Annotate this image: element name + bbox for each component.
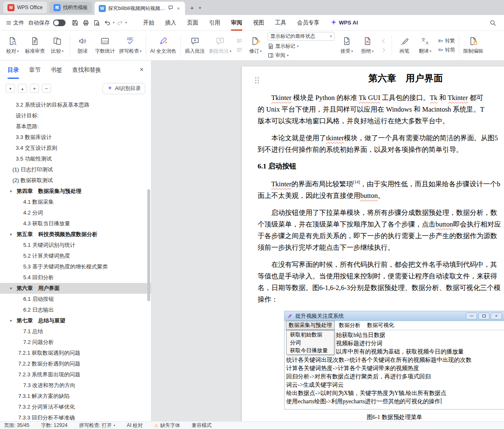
toc-item[interactable]: 3.4 交互设计原则 <box>0 143 151 154</box>
sidebar-tab-目录[interactable]: 目录 <box>7 61 19 79</box>
markup-state-select[interactable]: 显示标记的最终状态 ▾ <box>268 32 335 41</box>
redo-button[interactable] <box>114 17 125 28</box>
toc-item[interactable]: ▾第六章 用户界面 <box>0 283 151 294</box>
review-pane-button[interactable]: 审阅 ▾ <box>268 51 335 59</box>
zoom-out-button[interactable]: − <box>42 84 51 93</box>
document-page[interactable]: 第六章 用户界面 Tkinter 模块是 Python 的标准 Tk GUI 工… <box>242 66 504 421</box>
menu-tab-工具[interactable]: 工具 <box>275 15 286 31</box>
menu-tab-页面[interactable]: 页面 <box>187 15 198 31</box>
translate-button[interactable]: 文A 翻译▾ <box>415 34 435 56</box>
wps-home-tab[interactable]: W WPS Office <box>3 2 47 13</box>
missing-font-warning[interactable]: ⚠缺失字体 <box>154 422 180 429</box>
toc-item[interactable]: 7.3.1 解决方案的缺陷 <box>0 391 151 402</box>
toc-item[interactable]: 7.2 问题分析 <box>0 337 151 348</box>
to-traditional-button[interactable]: 繁 转繁 <box>437 37 455 45</box>
read-aloud-button[interactable]: 朗读 <box>73 34 93 56</box>
previous-comment-button[interactable] <box>235 37 243 45</box>
sidebar-tab-书签[interactable]: 书签 <box>51 61 62 79</box>
toc-item[interactable]: 7.2.3 系统界面出现的问题 <box>0 369 151 380</box>
expand-all-button[interactable]: ▴ <box>18 84 27 93</box>
reject-button[interactable]: 拒绝▾ <box>358 34 377 56</box>
toc-item[interactable]: 3.3 数据库设计 <box>0 132 151 143</box>
track-changes-button[interactable]: 修订▾ <box>246 34 265 56</box>
ai-polish-button[interactable]: AI 全文润色 <box>149 34 178 56</box>
wps-ai-menu[interactable]: WPS AI <box>331 20 358 26</box>
toc-item[interactable]: ▾第五章 科技类视频热度数据分析 <box>0 229 151 240</box>
menu-tab-视图[interactable]: 视图 <box>253 15 264 31</box>
to-simplified-button[interactable]: 简 转简 <box>437 46 455 54</box>
tab-comment-icon[interactable] <box>168 5 173 12</box>
show-markup-button[interactable]: 显示标记 ▾ <box>268 42 335 50</box>
standard-review-button[interactable]: 标准审查 <box>23 34 46 56</box>
compare-button[interactable]: 比较▾ <box>47 34 67 56</box>
toc-item[interactable]: 7.3 改进和努力的方向 <box>0 380 151 391</box>
tab-close-icon[interactable]: × <box>176 5 181 12</box>
toc-collapse-arrow-icon[interactable]: ▾ <box>10 286 16 290</box>
save-button[interactable] <box>70 17 80 28</box>
redo-caret-icon[interactable]: ▾ <box>125 21 127 24</box>
zoom-in-button[interactable]: + <box>30 84 39 93</box>
toc-item[interactable]: ▾第四章 数据采集与预处理 <box>0 186 151 197</box>
sidebar-tab-查找和替换[interactable]: 查找和替换 <box>72 61 101 79</box>
figure-menu-item[interactable]: 数据分析 <box>336 321 363 329</box>
sidebar-tab-章节[interactable]: 章节 <box>29 61 41 79</box>
menu-tab-审阅[interactable]: 审阅 <box>231 15 242 31</box>
toc-item[interactable]: 7.2.2 数据分析遇到的问题 <box>0 358 151 369</box>
toc-item[interactable]: 4.1 数据采集 <box>0 197 151 207</box>
figure-menu-item[interactable]: 数据可视化 <box>365 321 397 329</box>
file-menu[interactable]: 文件 <box>6 19 24 27</box>
autosave-toggle[interactable] <box>53 20 66 26</box>
menu-tab-会员专享[interactable]: 会员专享 <box>297 15 319 31</box>
toc-item[interactable]: 5.1 关键词识别与统计 <box>0 240 151 251</box>
new-tab-button[interactable]: + <box>187 3 197 12</box>
toc-collapse-arrow-icon[interactable]: ▾ <box>10 189 16 193</box>
proofread-button[interactable]: 校对▾ <box>2 34 22 56</box>
menu-tab-开始[interactable]: 开始 <box>143 15 154 31</box>
ai-proofread-status[interactable]: AI 校对 <box>127 422 143 429</box>
toc-item[interactable]: 5.4 回归分析 <box>0 272 151 283</box>
toc-item[interactable]: 4.2 分词 <box>0 207 151 218</box>
toc-item[interactable]: 3.2 系统设计的目标及基本思路 <box>0 100 151 110</box>
toc-item[interactable]: 3.5 功能性测试 <box>0 154 151 164</box>
accept-button[interactable]: 接受▾ <box>337 34 357 56</box>
sidebar-scrollbar[interactable] <box>147 189 150 301</box>
ai-toc-button[interactable]: AI识别目录 <box>102 83 145 94</box>
next-change-button[interactable] <box>380 46 388 54</box>
figure-dropdown-item[interactable]: 获取初始数据 <box>287 331 334 339</box>
toc-item[interactable]: 设计目标: <box>0 110 151 121</box>
toc-item[interactable]: 6.2 日志输出 <box>0 305 151 315</box>
menu-tab-插入[interactable]: 插入 <box>165 15 176 31</box>
toc-item[interactable]: 7.3.3 回归分析不够准确 <box>0 412 151 421</box>
sidebar-close-icon[interactable]: × <box>140 66 144 73</box>
drag-handle-icon[interactable] <box>255 77 260 85</box>
previous-change-button[interactable] <box>380 37 388 45</box>
print-button[interactable] <box>80 17 91 28</box>
toc-collapse-arrow-icon[interactable]: ▾ <box>10 232 16 236</box>
undo-button[interactable] <box>102 17 113 28</box>
toc-item[interactable]: 7.3.2 分词算法不够优化 <box>0 402 151 412</box>
toc-collapse-arrow-icon[interactable]: ▾ <box>10 319 16 323</box>
word-count-button[interactable]: 123 字数统计 <box>93 34 117 56</box>
spell-check-button[interactable]: ABC 拼写检查▾ <box>117 34 143 56</box>
figure-dropdown-item[interactable]: 获取今日播放量 <box>287 346 334 354</box>
document-tab-active[interactable]: W 探究bilibili视频网站视频关注... × <box>95 2 185 15</box>
collapse-all-button[interactable]: ▾ <box>6 84 15 93</box>
insert-comment-button[interactable]: 插入批注 <box>183 34 207 56</box>
toc-item[interactable]: 6.1 启动按钮 <box>0 294 151 305</box>
docer-template-tab[interactable]: 稻 找稻壳模板 <box>49 2 92 13</box>
document-area[interactable]: 第六章 用户界面 Tkinter 模块是 Python 的标准 Tk GUI 工… <box>151 61 504 421</box>
delete-comment-button[interactable]: 删除批注▾ <box>207 34 233 56</box>
menu-tab-引用[interactable]: 引用 <box>209 15 220 31</box>
brush-button[interactable]: 画笔 <box>394 34 414 56</box>
search-button[interactable] <box>487 17 498 28</box>
spell-check-status[interactable]: 拼写检查: 打开▾ <box>79 422 115 429</box>
toc-item[interactable]: 7.1 总结 <box>0 326 151 337</box>
print-preview-button[interactable] <box>91 17 102 28</box>
tab-list-caret-icon[interactable]: ▾ <box>199 6 201 10</box>
figure-dropdown-item[interactable]: 分词 <box>287 339 334 346</box>
toc-item[interactable]: 5.2 计算关键词热度 <box>0 251 151 261</box>
next-comment-button[interactable] <box>235 46 243 54</box>
toc-item[interactable]: (2) 数据获取测试 <box>0 175 151 186</box>
toc-item[interactable]: 5.3 基于关键词热度的增长模式聚类 <box>0 261 151 272</box>
toc-item[interactable]: 基本思路: <box>0 121 151 132</box>
